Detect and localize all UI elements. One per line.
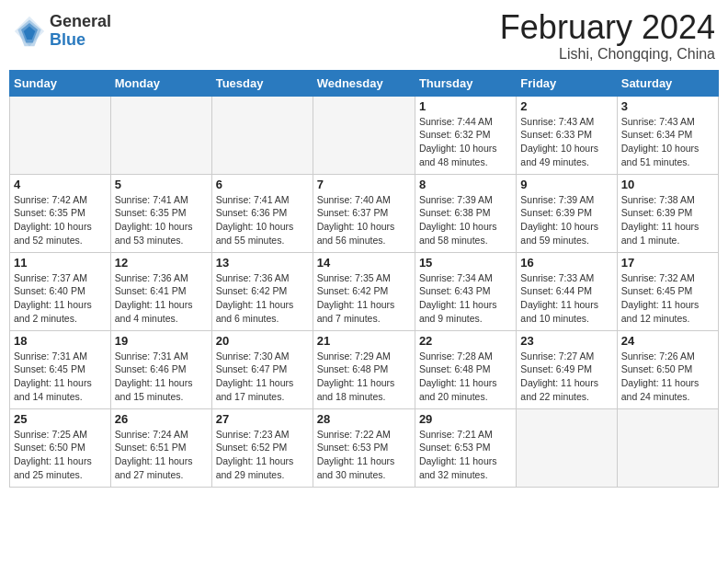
day-info: Sunrise: 7:30 AM Sunset: 6:47 PM Dayligh… (216, 350, 309, 404)
calendar-cell: 13Sunrise: 7:36 AM Sunset: 6:42 PM Dayli… (211, 252, 313, 330)
day-number: 8 (419, 178, 512, 191)
day-info: Sunrise: 7:29 AM Sunset: 6:48 PM Dayligh… (317, 350, 411, 404)
day-number: 20 (216, 334, 309, 348)
day-info: Sunrise: 7:28 AM Sunset: 6:48 PM Dayligh… (419, 350, 512, 404)
week-row-2: 4Sunrise: 7:42 AM Sunset: 6:35 PM Daylig… (10, 174, 719, 252)
calendar-table: SundayMondayTuesdayWednesdayThursdayFrid… (9, 70, 719, 488)
weekday-header-monday: Monday (110, 70, 211, 96)
calendar-cell: 16Sunrise: 7:33 AM Sunset: 6:44 PM Dayli… (517, 252, 617, 330)
day-number: 23 (520, 334, 612, 348)
day-number: 2 (520, 99, 612, 113)
calendar-cell: 24Sunrise: 7:26 AM Sunset: 6:50 PM Dayli… (617, 330, 718, 408)
calendar-cell: 3Sunrise: 7:43 AM Sunset: 6:34 PM Daylig… (617, 96, 718, 174)
day-info: Sunrise: 7:41 AM Sunset: 6:35 PM Dayligh… (115, 193, 208, 247)
day-info: Sunrise: 7:39 AM Sunset: 6:38 PM Dayligh… (419, 193, 512, 247)
calendar-cell: 11Sunrise: 7:37 AM Sunset: 6:40 PM Dayli… (10, 252, 111, 330)
calendar-cell: 18Sunrise: 7:31 AM Sunset: 6:45 PM Dayli… (10, 330, 111, 408)
day-number: 7 (317, 178, 411, 191)
day-info: Sunrise: 7:44 AM Sunset: 6:32 PM Dayligh… (419, 115, 512, 169)
day-info: Sunrise: 7:40 AM Sunset: 6:37 PM Dayligh… (317, 193, 411, 247)
weekday-header-wednesday: Wednesday (313, 70, 415, 96)
day-info: Sunrise: 7:31 AM Sunset: 6:45 PM Dayligh… (14, 350, 107, 404)
weekday-header-saturday: Saturday (617, 70, 718, 96)
location-title: Lishi, Chongqing, China (500, 46, 715, 63)
day-number: 12 (115, 256, 208, 270)
day-info: Sunrise: 7:24 AM Sunset: 6:51 PM Dayligh… (115, 428, 208, 482)
calendar-cell (211, 96, 313, 174)
logo-text: General Blue (50, 13, 111, 50)
month-year-title: February 2024 (500, 9, 715, 46)
calendar-cell: 27Sunrise: 7:23 AM Sunset: 6:52 PM Dayli… (211, 408, 313, 487)
calendar-cell: 5Sunrise: 7:41 AM Sunset: 6:35 PM Daylig… (110, 174, 211, 252)
day-info: Sunrise: 7:27 AM Sunset: 6:49 PM Dayligh… (520, 350, 612, 404)
weekday-header-sunday: Sunday (10, 70, 111, 96)
day-info: Sunrise: 7:33 AM Sunset: 6:44 PM Dayligh… (520, 271, 612, 326)
day-number: 10 (621, 178, 714, 191)
day-number: 9 (520, 178, 612, 191)
logo: General Blue (13, 13, 111, 50)
day-number: 27 (216, 412, 309, 426)
calendar-cell: 25Sunrise: 7:25 AM Sunset: 6:50 PM Dayli… (10, 408, 111, 487)
calendar-cell: 6Sunrise: 7:41 AM Sunset: 6:36 PM Daylig… (211, 174, 313, 252)
day-number: 28 (317, 412, 411, 426)
day-number: 4 (14, 178, 107, 191)
calendar-cell: 4Sunrise: 7:42 AM Sunset: 6:35 PM Daylig… (10, 174, 111, 252)
week-row-5: 25Sunrise: 7:25 AM Sunset: 6:50 PM Dayli… (10, 408, 719, 487)
day-info: Sunrise: 7:38 AM Sunset: 6:39 PM Dayligh… (621, 193, 714, 247)
calendar-cell: 22Sunrise: 7:28 AM Sunset: 6:48 PM Dayli… (415, 330, 516, 408)
calendar-cell: 2Sunrise: 7:43 AM Sunset: 6:33 PM Daylig… (517, 96, 617, 174)
day-number: 5 (115, 178, 208, 191)
day-number: 14 (317, 256, 411, 270)
day-info: Sunrise: 7:41 AM Sunset: 6:36 PM Dayligh… (216, 193, 309, 247)
day-number: 6 (216, 178, 309, 191)
day-number: 26 (115, 412, 208, 426)
day-info: Sunrise: 7:43 AM Sunset: 6:33 PM Dayligh… (520, 115, 612, 169)
weekday-header-friday: Friday (517, 70, 617, 96)
calendar-cell: 9Sunrise: 7:39 AM Sunset: 6:39 PM Daylig… (517, 174, 617, 252)
calendar-cell: 26Sunrise: 7:24 AM Sunset: 6:51 PM Dayli… (110, 408, 211, 487)
day-number: 16 (520, 256, 612, 270)
day-info: Sunrise: 7:42 AM Sunset: 6:35 PM Dayligh… (14, 193, 107, 247)
calendar-cell: 20Sunrise: 7:30 AM Sunset: 6:47 PM Dayli… (211, 330, 313, 408)
week-row-4: 18Sunrise: 7:31 AM Sunset: 6:45 PM Dayli… (10, 330, 719, 408)
logo-blue: Blue (50, 31, 111, 50)
week-row-1: 1Sunrise: 7:44 AM Sunset: 6:32 PM Daylig… (10, 96, 719, 174)
day-info: Sunrise: 7:23 AM Sunset: 6:52 PM Dayligh… (216, 428, 309, 482)
day-number: 3 (621, 99, 714, 113)
day-info: Sunrise: 7:43 AM Sunset: 6:34 PM Dayligh… (621, 115, 714, 169)
calendar-cell: 15Sunrise: 7:34 AM Sunset: 6:43 PM Dayli… (415, 252, 516, 330)
calendar-cell: 28Sunrise: 7:22 AM Sunset: 6:53 PM Dayli… (313, 408, 415, 487)
calendar-cell (10, 96, 111, 174)
day-number: 17 (621, 256, 714, 270)
day-number: 11 (14, 256, 107, 270)
calendar-cell (517, 408, 617, 487)
calendar-cell: 7Sunrise: 7:40 AM Sunset: 6:37 PM Daylig… (313, 174, 415, 252)
calendar-cell: 19Sunrise: 7:31 AM Sunset: 6:46 PM Dayli… (110, 330, 211, 408)
day-number: 25 (14, 412, 107, 426)
calendar-cell: 10Sunrise: 7:38 AM Sunset: 6:39 PM Dayli… (617, 174, 718, 252)
day-number: 15 (419, 256, 512, 270)
day-info: Sunrise: 7:39 AM Sunset: 6:39 PM Dayligh… (520, 193, 612, 247)
day-info: Sunrise: 7:36 AM Sunset: 6:41 PM Dayligh… (115, 271, 208, 326)
calendar-cell: 21Sunrise: 7:29 AM Sunset: 6:48 PM Dayli… (313, 330, 415, 408)
day-info: Sunrise: 7:26 AM Sunset: 6:50 PM Dayligh… (621, 350, 714, 404)
day-info: Sunrise: 7:36 AM Sunset: 6:42 PM Dayligh… (216, 271, 309, 326)
logo-icon (13, 15, 46, 48)
calendar-cell: 17Sunrise: 7:32 AM Sunset: 6:45 PM Dayli… (617, 252, 718, 330)
day-number: 1 (419, 99, 512, 113)
week-row-3: 11Sunrise: 7:37 AM Sunset: 6:40 PM Dayli… (10, 252, 719, 330)
day-number: 18 (14, 334, 107, 348)
calendar-cell: 12Sunrise: 7:36 AM Sunset: 6:41 PM Dayli… (110, 252, 211, 330)
day-number: 29 (419, 412, 512, 426)
weekday-header-thursday: Thursday (415, 70, 516, 96)
day-number: 22 (419, 334, 512, 348)
calendar-cell: 29Sunrise: 7:21 AM Sunset: 6:53 PM Dayli… (415, 408, 516, 487)
calendar-cell (313, 96, 415, 174)
title-block: February 2024 Lishi, Chongqing, China (500, 9, 715, 63)
calendar-cell: 14Sunrise: 7:35 AM Sunset: 6:42 PM Dayli… (313, 252, 415, 330)
day-info: Sunrise: 7:35 AM Sunset: 6:42 PM Dayligh… (317, 271, 411, 326)
calendar-cell: 8Sunrise: 7:39 AM Sunset: 6:38 PM Daylig… (415, 174, 516, 252)
weekday-header-row: SundayMondayTuesdayWednesdayThursdayFrid… (10, 70, 719, 96)
day-number: 19 (115, 334, 208, 348)
logo-general: General (50, 13, 111, 31)
